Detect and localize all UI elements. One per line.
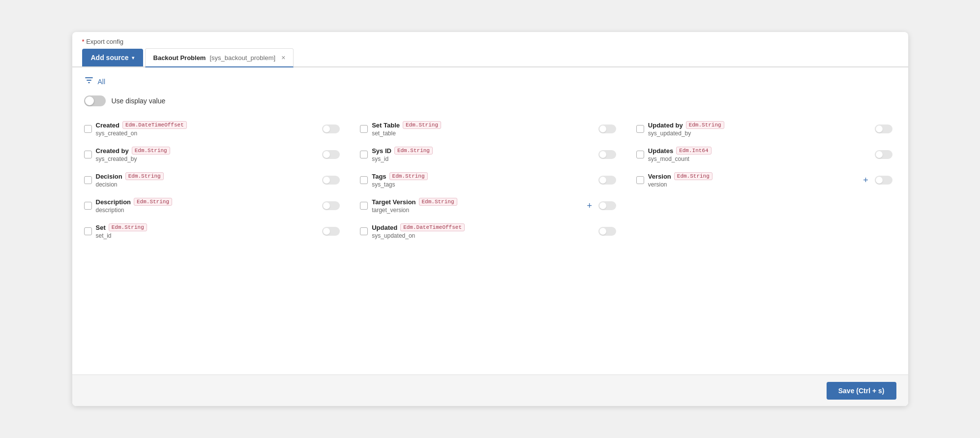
field-name-target-version: Target Version [372,198,416,206]
field-toggle-description [322,201,340,210]
field-row-updated: Updated Edm.DateTimeOffset sys_updated_o… [360,219,620,244]
field-type-description: Edm.String [134,198,172,206]
field-sys-created: sys_created_on [96,130,315,137]
field-type-updated: Edm.DateTimeOffset [400,223,465,231]
use-display-value-label: Use display value [112,97,166,105]
field-toggle-set-table [598,125,616,133]
field-type-decision: Edm.String [125,172,164,180]
field-toggle-updates [875,150,892,159]
field-info-updated-by: Updated by Edm.String sys_updated_by [648,121,867,137]
field-name-updated: Updated [372,224,397,231]
field-info-set-table: Set Table Edm.String set_table [372,121,591,137]
field-toggle-sys-id [598,150,616,159]
mini-toggle-set[interactable] [322,227,340,236]
field-info-description: Description Edm.String description [96,198,315,214]
field-type-updates: Edm.Int64 [676,147,711,155]
mini-toggle-created[interactable] [322,125,340,133]
mini-toggle-updated[interactable] [598,227,616,236]
mini-toggle-target-version[interactable] [598,201,616,210]
field-checkbox-updated-by[interactable] [636,125,644,133]
title-asterisk: * [82,38,85,45]
mini-toggle-updated-by[interactable] [875,125,892,133]
field-info-decision: Decision Edm.String decision [96,172,315,188]
field-row-created-by: Created by Edm.String sys_created_by [84,142,344,167]
field-type-created: Edm.DateTimeOffset [122,121,187,129]
fields-col-3: Updated by Edm.String sys_updated_by Upd… [636,116,896,244]
field-name-sys-id: Sys ID [372,147,391,155]
field-name-tags: Tags [372,173,386,180]
field-checkbox-updated[interactable] [360,227,368,235]
field-name-decision: Decision [96,173,122,180]
field-row-updated-by: Updated by Edm.String sys_updated_by [636,116,896,142]
field-name-version: Version [648,173,671,180]
field-checkbox-sys-id[interactable] [360,151,368,158]
field-type-set-table: Edm.String [403,121,441,129]
field-toggle-set [322,227,340,236]
mini-toggle-sys-id[interactable] [598,150,616,159]
title-bar: * Export config [72,32,908,45]
field-info-set: Set Edm.String set_id [96,223,315,239]
field-sys-sys-id: sys_id [372,156,591,162]
field-toggle-created-by [322,150,340,159]
mini-toggle-tags[interactable] [598,176,616,185]
add-source-label: Add source [91,54,129,62]
field-checkbox-decision[interactable] [84,176,92,184]
field-type-target-version: Edm.String [419,198,457,206]
field-sys-decision: decision [96,181,315,188]
field-toggle-updated-by [875,125,892,133]
field-name-updates: Updates [648,147,673,155]
field-name-set: Set [96,224,106,231]
field-info-target-version: Target Version Edm.String target_version [372,198,577,214]
filter-all-label[interactable]: All [98,78,106,86]
mini-toggle-decision[interactable] [322,176,340,185]
field-name-created: Created [96,122,119,129]
plus-button-version[interactable]: + [861,175,871,186]
field-checkbox-tags[interactable] [360,176,368,184]
field-toggle-decision [322,176,340,185]
chevron-down-icon: ▾ [132,55,134,61]
save-button[interactable]: Save (Ctrl + s) [827,382,896,400]
field-checkbox-version[interactable] [636,176,644,184]
plus-button-target-version[interactable]: + [585,201,594,211]
col-divider-1 [352,116,352,244]
field-checkbox-description[interactable] [84,202,92,210]
field-toggle-version: + [861,175,892,186]
mini-toggle-version[interactable] [875,176,892,185]
use-display-value-toggle[interactable] [84,95,106,106]
field-row-target-version: Target Version Edm.String target_version… [360,193,620,219]
field-sys-target-version: target_version [372,207,577,214]
field-toggle-target-version: + [585,201,616,211]
fields-col-2: Set Table Edm.String set_table Sys ID Ed… [360,116,620,244]
field-sys-updates: sys_mod_count [648,156,867,162]
field-checkbox-set[interactable] [84,227,92,235]
backout-problem-tab[interactable]: Backout Problem [sys_backout_problem] × [145,48,294,67]
field-sys-updated: sys_updated_on [372,232,591,239]
display-value-row: Use display value [72,92,908,116]
field-sys-set-table: set_table [372,130,591,137]
field-row-description: Description Edm.String description [84,193,344,219]
field-checkbox-updates[interactable] [636,151,644,158]
add-source-button[interactable]: Add source ▾ [82,49,143,66]
mini-toggle-created-by[interactable] [322,150,340,159]
mini-toggle-updates[interactable] [875,150,892,159]
field-type-version: Edm.String [674,172,713,180]
field-info-updates: Updates Edm.Int64 sys_mod_count [648,147,867,162]
field-sys-created-by: sys_created_by [96,156,315,162]
field-info-created: Created Edm.DateTimeOffset sys_created_o… [96,121,315,137]
field-info-tags: Tags Edm.String sys_tags [372,172,591,188]
field-name-description: Description [96,198,131,206]
col-divider-2 [628,116,628,244]
field-info-version: Version Edm.String version [648,172,853,188]
main-window: * Export config Add source ▾ Backout Pro… [72,32,908,406]
field-checkbox-created[interactable] [84,125,92,133]
export-config-title: Export config [86,38,123,45]
field-checkbox-created-by[interactable] [84,151,92,158]
mini-toggle-description[interactable] [322,201,340,210]
field-row-created: Created Edm.DateTimeOffset sys_created_o… [84,116,344,142]
field-checkbox-target-version[interactable] [360,202,368,210]
field-type-sys-id: Edm.String [394,147,433,155]
field-info-sys-id: Sys ID Edm.String sys_id [372,147,591,162]
tab-close-button[interactable]: × [281,54,285,62]
field-checkbox-set-table[interactable] [360,125,368,133]
mini-toggle-set-table[interactable] [598,125,616,133]
